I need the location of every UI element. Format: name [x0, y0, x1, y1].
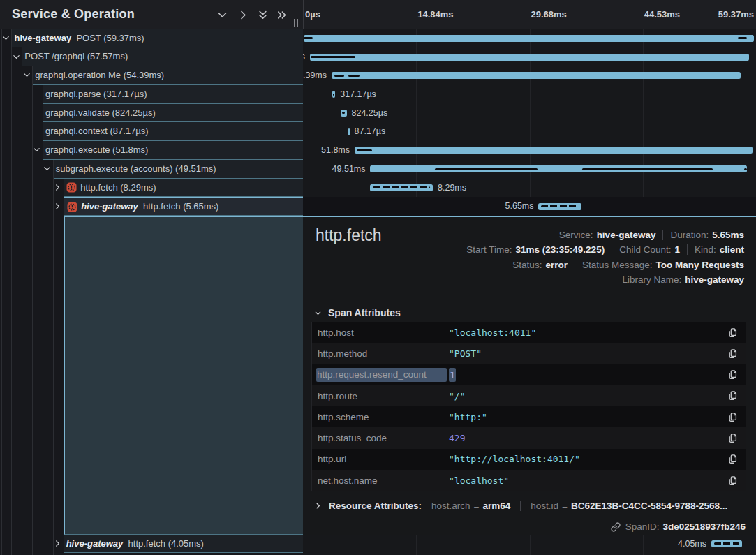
span-tree-row[interactable]: subgraph.execute (accounts) (49.51ms) — [54, 160, 303, 179]
span-duration-bar[interactable] — [348, 128, 350, 135]
expand-children-icon[interactable] — [238, 10, 249, 20]
resource-attribute-item: host.arch=arm64 — [431, 501, 510, 511]
span-name-label: graphql.parse (317.17µs) — [45, 85, 147, 104]
timeline-span-row[interactable]: 317.17µs — [303, 85, 756, 104]
timeline-span-row[interactable]: 59.37ms — [303, 29, 756, 48]
collapse-children-icon[interactable] — [217, 10, 228, 20]
span-duration-bar[interactable] — [304, 35, 754, 42]
resource-attribute-item: host.id=BC62E13B-C4CC-5854-9788-2568... — [520, 501, 727, 511]
collapse-span-chevron-icon[interactable] — [33, 146, 41, 154]
resource-attributes-section[interactable]: Resource Attributes: host.arch=arm64host… — [314, 500, 747, 512]
span-duration-label: 4.05ms — [678, 535, 706, 554]
copy-icon[interactable] — [727, 433, 737, 443]
span-tree-row[interactable]: POST /graphql (57.57ms) — [22, 47, 303, 66]
indent-guide-line — [1, 29, 2, 555]
trace-viewer: hive-gateway POST (59.37ms)POST /graphql… — [0, 0, 756, 555]
span-tree-row[interactable]: graphql.validate (824.25µs) — [43, 104, 303, 123]
attribute-row[interactable]: http.method"POST" — [312, 343, 746, 364]
timeline-span-row[interactable]: 54.39ms — [303, 66, 756, 85]
span-service-name: hive-gateway — [15, 33, 72, 43]
span-tree-row[interactable]: http.fetch (8.29ms) — [64, 179, 303, 198]
span-service-name: hive-gateway — [66, 538, 124, 549]
child-span-mark — [334, 75, 345, 77]
copy-icon[interactable] — [727, 390, 737, 401]
span-tree-row[interactable]: graphql.execute (51.8ms) — [43, 141, 303, 160]
detail-meta-value: 1 — [674, 244, 680, 255]
span-duration-label: 317.17µs — [340, 85, 376, 104]
detail-meta-value: 5.65ms — [712, 230, 744, 240]
ruler-tick-label: 59.37ms — [718, 0, 754, 29]
span-tree-row[interactable]: hive-gateway POST (59.37ms) — [12, 29, 303, 48]
child-span-mark — [357, 149, 373, 151]
attribute-row[interactable]: http.status_code429 — [312, 427, 746, 448]
span-duration-bar[interactable] — [370, 184, 433, 191]
span-duration-label: 51.8ms — [321, 141, 350, 160]
ruler-tick-label: 14.84ms — [417, 0, 453, 29]
resource-attribute-key: host.id — [531, 501, 558, 511]
detail-meta-item: Start Time:31ms (23:35:49.225) — [466, 244, 605, 255]
span-duration-bar[interactable] — [310, 54, 749, 61]
expand-all-icon[interactable] — [276, 10, 287, 20]
attribute-row[interactable]: http.route"/" — [312, 385, 746, 406]
collapse-span-chevron-icon[interactable] — [43, 165, 52, 173]
span-name-label: hive-gateway http.fetch (4.05ms) — [66, 535, 204, 554]
span-tree-row[interactable]: graphql.context (87.17µs) — [43, 122, 303, 141]
copy-icon[interactable] — [727, 475, 737, 486]
attribute-row[interactable]: net.host.name"localhost" — [312, 470, 746, 491]
span-name-label: hive-gateway http.fetch (5.65ms) — [81, 198, 218, 216]
span-duration-label: 49.51ms — [332, 160, 366, 179]
attribute-row[interactable]: http.scheme"http:" — [312, 406, 746, 427]
copy-icon[interactable] — [727, 348, 737, 359]
copy-icon[interactable] — [727, 327, 737, 338]
attribute-row[interactable]: http.host"localhost:4011" — [312, 322, 746, 343]
timeline-span-row[interactable]: 5.65ms — [303, 197, 756, 216]
span-duration-label: 5.65ms — [505, 197, 534, 216]
timeline-span-row[interactable]: 824.25µs — [303, 104, 756, 123]
copy-icon[interactable] — [727, 412, 737, 422]
attribute-row[interactable]: http.request.resend_count1 — [312, 364, 746, 385]
detail-meta-label: Duration: — [670, 230, 709, 240]
span-attributes-section[interactable]: Span Attributes — [314, 307, 401, 319]
span-duration-bar[interactable] — [332, 72, 741, 79]
detail-meta-value: client — [720, 244, 744, 255]
attribute-key: http.host — [318, 327, 449, 338]
expand-span-chevron-icon[interactable] — [54, 184, 62, 192]
span-attributes-title: Span Attributes — [328, 307, 401, 318]
timeline-span-row[interactable]: 4.05ms — [303, 535, 756, 554]
span-tree-row[interactable]: hive-gateway http.fetch (5.65ms) — [64, 197, 303, 216]
attribute-key: http.route — [318, 391, 449, 401]
timeline-span-row[interactable]: 51.8ms — [303, 141, 756, 160]
span-duration-bar[interactable] — [538, 203, 581, 210]
collapse-span-chevron-icon[interactable] — [13, 53, 21, 61]
span-duration-label: 87.17µs — [355, 122, 386, 141]
span-tree-row[interactable]: hive-gateway http.fetch (4.05ms) — [64, 535, 303, 554]
timeline-span-row[interactable]: 8.29ms — [303, 179, 756, 198]
indent-guide-line — [32, 29, 33, 555]
timeline-span-row[interactable]: 49.51ms — [303, 160, 756, 179]
collapse-span-chevron-icon[interactable] — [2, 34, 10, 43]
span-duration-bar[interactable] — [355, 147, 753, 154]
panel-resize-grip[interactable] — [294, 19, 300, 27]
copy-icon[interactable] — [727, 369, 737, 380]
collapse-span-chevron-icon[interactable] — [23, 71, 31, 80]
link-icon[interactable] — [611, 522, 621, 532]
attribute-key: http.scheme — [318, 412, 449, 422]
expand-span-chevron-icon[interactable] — [54, 202, 62, 211]
span-name-label: graphql.validate (824.25µs) — [45, 104, 156, 123]
resource-attribute-value: BC62E13B-C4CC-5854-9788-2568... — [571, 501, 727, 511]
attribute-value: "http:" — [449, 412, 487, 422]
detail-meta-value: Too Many Requests — [655, 260, 744, 270]
ruler-tick-label: 44.53ms — [644, 0, 680, 29]
timeline-span-row[interactable]: 87.17µs — [303, 122, 756, 141]
span-duration-bar[interactable] — [711, 540, 742, 547]
span-tree-panel: hive-gateway POST (59.37ms)POST /graphql… — [0, 0, 303, 555]
span-tree-row[interactable]: graphql.operation Me (54.39ms) — [33, 66, 303, 85]
span-tree-row[interactable]: graphql.parse (317.17µs) — [43, 85, 303, 104]
timeline-span-row[interactable]: 57.57ms — [303, 47, 756, 66]
copy-icon[interactable] — [727, 454, 737, 464]
attribute-value: 429 — [449, 433, 465, 443]
expand-span-chevron-icon[interactable] — [54, 540, 62, 548]
collapse-all-icon[interactable] — [258, 10, 268, 20]
attribute-row[interactable]: http.url"http://localhost:4011/" — [312, 449, 746, 470]
resource-attributes-title: Resource Attributes: — [329, 501, 422, 511]
